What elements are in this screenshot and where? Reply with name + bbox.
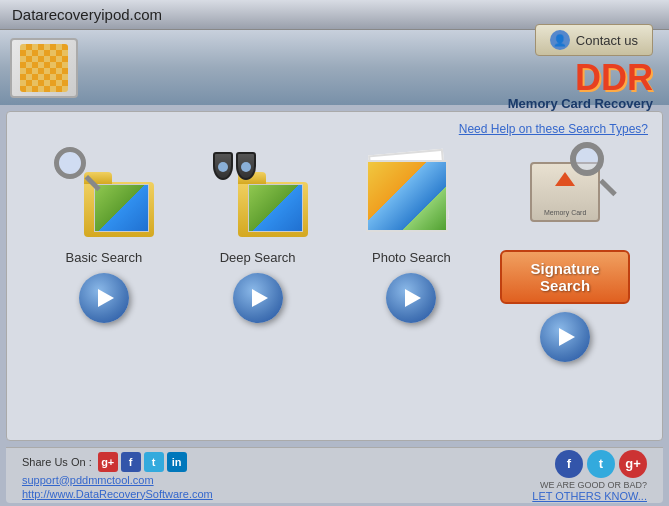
- signature-search-option: Signature Search: [500, 142, 630, 362]
- magnifier-icon: [54, 147, 99, 192]
- basic-search-icon-area: [49, 142, 159, 242]
- bino-lens-right: [236, 152, 256, 180]
- play-triangle-photo: [405, 289, 421, 307]
- logo-checkerboard: [20, 44, 68, 92]
- play-triangle-deep: [252, 289, 268, 307]
- photo-front-content: [368, 162, 446, 230]
- deep-search-label: Deep Search: [220, 250, 296, 265]
- deep-folder-yellow: [238, 182, 308, 237]
- title-bar-text: Datarecoveryipod.com: [12, 6, 162, 23]
- contact-button[interactable]: 👤 Contact us: [535, 24, 653, 56]
- photo-search-icon-area: [356, 142, 466, 242]
- magnifier-handle: [84, 175, 100, 191]
- binoculars-icon: [213, 152, 258, 182]
- play-triangle-basic: [98, 289, 114, 307]
- deep-search-icon-area: [203, 142, 313, 242]
- photo-search-play-button[interactable]: [386, 273, 436, 323]
- share-icons: g+ f t in: [98, 452, 187, 472]
- magnifier-circle: [54, 147, 86, 179]
- photo-search-option: Photo Search: [346, 142, 476, 323]
- bino-lens-left: [213, 152, 233, 180]
- signature-magnifier-icon: [570, 142, 620, 192]
- help-link[interactable]: Need Help on these Search Types?: [459, 122, 648, 136]
- social-big-icons: f t g+: [555, 450, 647, 478]
- header: 👤 Contact us DDR Memory Card Recovery: [0, 30, 669, 105]
- ddr-brand: DDR Memory Card Recovery: [508, 60, 653, 111]
- search-options-container: Basic Search: [17, 142, 652, 362]
- share-facebook-icon[interactable]: f: [121, 452, 141, 472]
- basic-search-icon: [54, 147, 154, 237]
- website-link[interactable]: http://www.DataRecoverySoftware.com: [22, 488, 213, 500]
- deep-search-option: Deep Search: [193, 142, 323, 323]
- ddr-title: DDR: [508, 60, 653, 96]
- signature-search-button[interactable]: Signature Search: [500, 250, 630, 304]
- photo-search-label: Photo Search: [372, 250, 451, 265]
- signature-search-play-button[interactable]: [540, 312, 590, 362]
- deep-search-play-button[interactable]: [233, 273, 283, 323]
- share-google-icon[interactable]: g+: [98, 452, 118, 472]
- logo-box: [10, 38, 78, 98]
- sig-mag-circle: [570, 142, 604, 176]
- contact-icon: 👤: [550, 30, 570, 50]
- share-label: Share Us On :: [22, 456, 92, 468]
- rating-text: WE ARE GOOD OR BAD? LET OTHERS KNOW...: [532, 480, 647, 502]
- play-triangle-signature: [559, 328, 575, 346]
- social-googleplus-icon[interactable]: g+: [619, 450, 647, 478]
- footer: Share Us On : g+ f t in support@pddmmcto…: [6, 447, 663, 503]
- photo-front: [366, 160, 448, 232]
- basic-search-play-button[interactable]: [79, 273, 129, 323]
- footer-left: Share Us On : g+ f t in support@pddmmcto…: [22, 452, 213, 500]
- main-area: Need Help on these Search Types? Bas: [6, 111, 663, 441]
- deep-search-icon: [208, 147, 308, 237]
- folder-paper: [94, 184, 149, 232]
- deep-folder-paper: [248, 184, 303, 232]
- signature-search-icon-area: [510, 142, 620, 242]
- share-row: Share Us On : g+ f t in: [22, 452, 213, 472]
- social-twitter-icon[interactable]: t: [587, 450, 615, 478]
- folder-paper-content: [95, 185, 148, 231]
- basic-search-option: Basic Search: [39, 142, 169, 323]
- photo-stack: [366, 152, 456, 232]
- photo-search-icon: [361, 147, 461, 237]
- deep-folder-paper-content: [249, 185, 302, 231]
- support-email-link[interactable]: support@pddmmctool.com: [22, 474, 213, 486]
- rating-link[interactable]: LET OTHERS KNOW...: [532, 490, 647, 502]
- social-facebook-icon[interactable]: f: [555, 450, 583, 478]
- ddr-subtitle: Memory Card Recovery: [508, 96, 653, 111]
- share-linkedin-icon[interactable]: in: [167, 452, 187, 472]
- basic-search-label: Basic Search: [66, 250, 143, 265]
- sig-mag-handle: [599, 179, 617, 197]
- footer-right: f t g+ WE ARE GOOD OR BAD? LET OTHERS KN…: [532, 450, 647, 502]
- header-right: 👤 Contact us DDR Memory Card Recovery: [508, 24, 653, 111]
- share-twitter-icon[interactable]: t: [144, 452, 164, 472]
